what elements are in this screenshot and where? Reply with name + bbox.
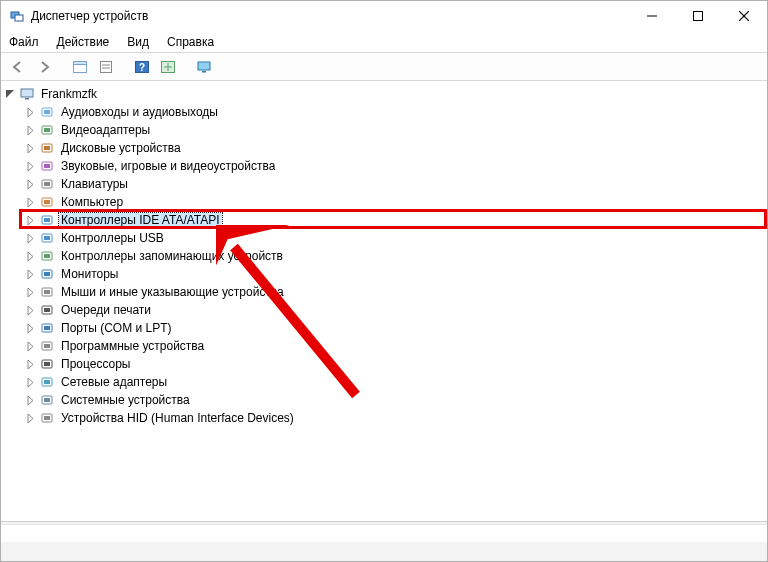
maximize-button[interactable] xyxy=(675,1,721,31)
tree-item[interactable]: Устройства HID (Human Interface Devices) xyxy=(23,409,767,427)
tree-item-label: Системные устройства xyxy=(59,393,192,407)
expander-icon[interactable] xyxy=(23,195,37,209)
svg-rect-14 xyxy=(198,62,210,70)
tree-item[interactable]: Видеоадаптеры xyxy=(23,121,767,139)
svg-rect-51 xyxy=(44,398,50,402)
svg-rect-49 xyxy=(44,380,50,384)
statusbar xyxy=(1,521,767,561)
device-tree-pane[interactable]: FrankmzfkАудиовходы и аудиовыходыВидеоад… xyxy=(1,81,767,521)
tree-item[interactable]: Клавиатуры xyxy=(23,175,767,193)
menu-help[interactable]: Справка xyxy=(165,33,216,51)
tree-item[interactable]: Программные устройства xyxy=(23,337,767,355)
app-icon xyxy=(9,8,25,24)
tree-item-label: Устройства HID (Human Interface Devices) xyxy=(59,411,296,425)
tree-root[interactable]: Frankmzfk xyxy=(3,85,767,103)
titlebar: Диспетчер устройств xyxy=(1,1,767,31)
tree-item[interactable]: Мониторы xyxy=(23,265,767,283)
svg-rect-19 xyxy=(44,110,50,114)
device-category-icon xyxy=(39,194,55,210)
expander-icon[interactable] xyxy=(23,159,37,173)
expander-icon[interactable] xyxy=(23,141,37,155)
svg-rect-45 xyxy=(44,344,50,348)
tree-item[interactable]: Сетевые адаптеры xyxy=(23,373,767,391)
expander-icon[interactable] xyxy=(23,321,37,335)
device-category-icon xyxy=(39,212,55,228)
expander-icon[interactable] xyxy=(3,87,17,101)
tree-root-label: Frankmzfk xyxy=(39,87,99,101)
expander-icon[interactable] xyxy=(23,375,37,389)
tree-item[interactable]: Порты (COM и LPT) xyxy=(23,319,767,337)
menu-action[interactable]: Действие xyxy=(55,33,112,51)
tree-item[interactable]: Контроллеры USB xyxy=(23,229,767,247)
toolbar-separator xyxy=(183,56,189,78)
tree-item[interactable]: Аудиовходы и аудиовыходы xyxy=(23,103,767,121)
expander-icon[interactable] xyxy=(23,303,37,317)
device-category-icon xyxy=(39,410,55,426)
expander-icon[interactable] xyxy=(23,105,37,119)
svg-rect-27 xyxy=(44,182,50,186)
svg-text:?: ? xyxy=(139,62,145,73)
window-title: Диспетчер устройств xyxy=(31,9,629,23)
svg-rect-17 xyxy=(25,98,29,100)
tree-item[interactable]: Компьютер xyxy=(23,193,767,211)
minimize-button[interactable] xyxy=(629,1,675,31)
tree-item[interactable]: Очереди печати xyxy=(23,301,767,319)
tree-item[interactable]: Контроллеры IDE ATA/ATAPI xyxy=(23,211,767,229)
svg-rect-1 xyxy=(15,15,23,21)
tree-item-label: Программные устройства xyxy=(59,339,206,353)
svg-rect-47 xyxy=(44,362,50,366)
tree-item[interactable]: Звуковые, игровые и видеоустройства xyxy=(23,157,767,175)
svg-rect-53 xyxy=(44,416,50,420)
svg-rect-33 xyxy=(44,236,50,240)
tree-item-label: Контроллеры USB xyxy=(59,231,166,245)
computer-icon xyxy=(19,86,35,102)
device-category-icon xyxy=(39,374,55,390)
help-button[interactable]: ? xyxy=(131,56,153,78)
expander-icon[interactable] xyxy=(23,123,37,137)
expander-icon[interactable] xyxy=(23,249,37,263)
expander-icon[interactable] xyxy=(23,231,37,245)
expander-icon[interactable] xyxy=(23,213,37,227)
tree-item[interactable]: Системные устройства xyxy=(23,391,767,409)
toolbar: ? xyxy=(1,53,767,81)
forward-button[interactable] xyxy=(33,56,55,78)
tree-item-label: Порты (COM и LPT) xyxy=(59,321,174,335)
tree-item-label: Клавиатуры xyxy=(59,177,130,191)
tree-item[interactable]: Дисковые устройства xyxy=(23,139,767,157)
device-category-icon xyxy=(39,140,55,156)
expander-icon[interactable] xyxy=(23,285,37,299)
tree-item-label: Мониторы xyxy=(59,267,120,281)
tree-item[interactable]: Мыши и иные указывающие устройства xyxy=(23,283,767,301)
svg-rect-29 xyxy=(44,200,50,204)
svg-rect-15 xyxy=(202,71,206,73)
show-hidden-button[interactable] xyxy=(69,56,91,78)
toolbar-separator xyxy=(59,56,65,78)
tree-item-label: Очереди печати xyxy=(59,303,153,317)
expander-icon[interactable] xyxy=(23,357,37,371)
svg-rect-16 xyxy=(21,89,33,97)
svg-rect-31 xyxy=(44,218,50,222)
scan-button[interactable] xyxy=(157,56,179,78)
device-category-icon xyxy=(39,266,55,282)
tree-item[interactable]: Контроллеры запоминающих устройств xyxy=(23,247,767,265)
menu-file[interactable]: Файл xyxy=(7,33,41,51)
close-button[interactable] xyxy=(721,1,767,31)
back-button[interactable] xyxy=(7,56,29,78)
menu-view[interactable]: Вид xyxy=(125,33,151,51)
svg-rect-43 xyxy=(44,326,50,330)
expander-icon[interactable] xyxy=(23,411,37,425)
monitor-button[interactable] xyxy=(193,56,215,78)
device-category-icon xyxy=(39,248,55,264)
expander-icon[interactable] xyxy=(23,339,37,353)
expander-icon[interactable] xyxy=(23,177,37,191)
svg-rect-7 xyxy=(74,61,87,64)
tree-item[interactable]: Процессоры xyxy=(23,355,767,373)
device-category-icon xyxy=(39,122,55,138)
toolbar-separator xyxy=(121,56,127,78)
svg-rect-21 xyxy=(44,128,50,132)
svg-rect-35 xyxy=(44,254,50,258)
expander-icon[interactable] xyxy=(23,267,37,281)
tree-item-label: Мыши и иные указывающие устройства xyxy=(59,285,286,299)
properties-button[interactable] xyxy=(95,56,117,78)
expander-icon[interactable] xyxy=(23,393,37,407)
